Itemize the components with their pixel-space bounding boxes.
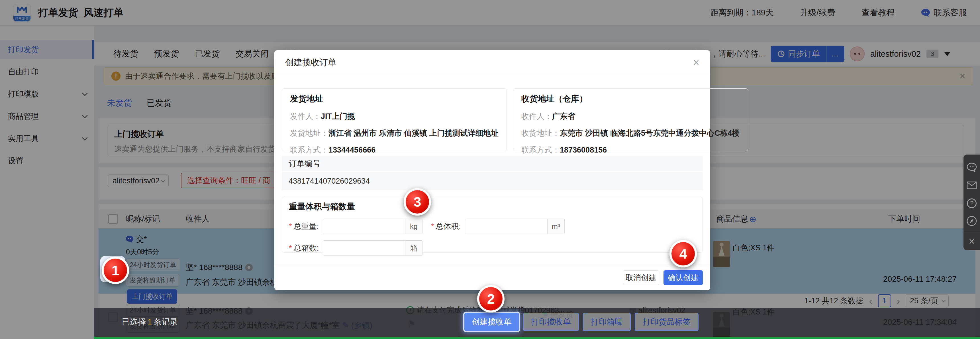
bottom-green-strip — [94, 337, 980, 339]
modal-header: 创建揽收订单 × — [274, 50, 710, 75]
address-cards: 发货地址 发件人：JIT上门揽 发货地址：浙江省 温州市 乐清市 仙溪镇 上门揽… — [282, 88, 703, 151]
step-4-badge: 4 — [670, 240, 697, 267]
confirm-create-button[interactable]: 确认创建 — [663, 270, 703, 285]
receiver-name: 广东省 — [552, 112, 575, 121]
ship-address: 浙江省 温州市 乐清市 仙溪镇 上门揽测试详细地址 — [328, 129, 498, 138]
batch-action-buttons: 创建揽收单 打印揽收单 打印箱唛 打印货品标签 — [465, 313, 698, 331]
compass-icon[interactable] — [964, 212, 980, 230]
selection-count: 已选择1条记录 — [122, 317, 178, 327]
mail-icon[interactable] — [964, 176, 980, 194]
modal-title: 创建揽收订单 — [285, 57, 336, 69]
step-1-badge: 1 — [102, 257, 129, 284]
weight-section-title: 重量体积与箱数量 — [289, 201, 696, 213]
volume-unit: m³ — [547, 219, 564, 234]
order-number-title: 订单编号 — [282, 156, 703, 172]
weight-unit: kg — [405, 219, 422, 234]
modal-close-icon[interactable]: × — [693, 56, 699, 69]
receive-address: 东莞市 沙田镇 临海北路5号东莞中通分拨中心C栋4楼 — [560, 129, 740, 138]
order-number-section: 订单编号 4381741407026029634 — [282, 156, 703, 190]
sender-name: JIT上门揽 — [321, 112, 355, 121]
step-2-badge: 2 — [477, 285, 504, 312]
receive-address-card: 收货地址（仓库） 收件人：广东省 收货地址：东莞市 沙田镇 临海北路5号东莞中通… — [513, 88, 748, 151]
total-boxes-input[interactable] — [323, 241, 405, 256]
print-pickup-button[interactable]: 打印揽收单 — [523, 313, 579, 331]
help-icon[interactable]: ? — [964, 194, 980, 212]
print-box-label-button[interactable]: 打印箱唛 — [583, 313, 631, 331]
selected-count: 1 — [146, 317, 154, 326]
cancel-create-button[interactable]: 取消创建 — [623, 270, 659, 285]
order-number-value: 4381741407026029634 — [282, 172, 703, 190]
receive-phone: 18736008156 — [560, 146, 607, 154]
weight-volume-section: 重量体积与箱数量 *总重量: kg *总体积: m³ *总箱数: 箱 — [282, 197, 703, 253]
floating-toolbar: ? × — [964, 155, 980, 250]
total-volume-input[interactable] — [465, 219, 547, 234]
chat-support-icon[interactable] — [964, 158, 980, 176]
ship-phone: 13344456666 — [328, 146, 375, 154]
create-pickup-button[interactable]: 创建揽收单 — [465, 313, 519, 331]
total-volume-field: m³ — [465, 219, 565, 234]
ship-address-card: 发货地址 发件人：JIT上门揽 发货地址：浙江省 温州市 乐清市 仙溪镇 上门揽… — [282, 88, 507, 151]
total-weight-input[interactable] — [323, 219, 405, 234]
selection-bar: 已选择1条记录 创建揽收单 打印揽收单 打印箱唛 打印货品标签 — [94, 308, 980, 337]
box-unit: 箱 — [405, 241, 422, 256]
total-boxes-field: 箱 — [323, 240, 423, 256]
step-3-badge: 3 — [404, 188, 431, 216]
toolbar-divider — [964, 231, 980, 231]
close-toolbar-icon[interactable]: × — [964, 232, 980, 250]
modal-body: 发货地址 发件人：JIT上门揽 发货地址：浙江省 温州市 乐清市 仙溪镇 上门揽… — [274, 88, 710, 253]
print-product-label-button[interactable]: 打印货品标签 — [635, 313, 698, 331]
total-weight-field: kg — [323, 219, 423, 234]
create-pickup-modal: 创建揽收订单 × 发货地址 发件人：JIT上门揽 发货地址：浙江省 温州市 乐清… — [274, 50, 710, 290]
app-root: 打单发货 打单发货_风速打单 距离到期：189天 升级/续费 查看教程 联系客服… — [0, 0, 980, 339]
